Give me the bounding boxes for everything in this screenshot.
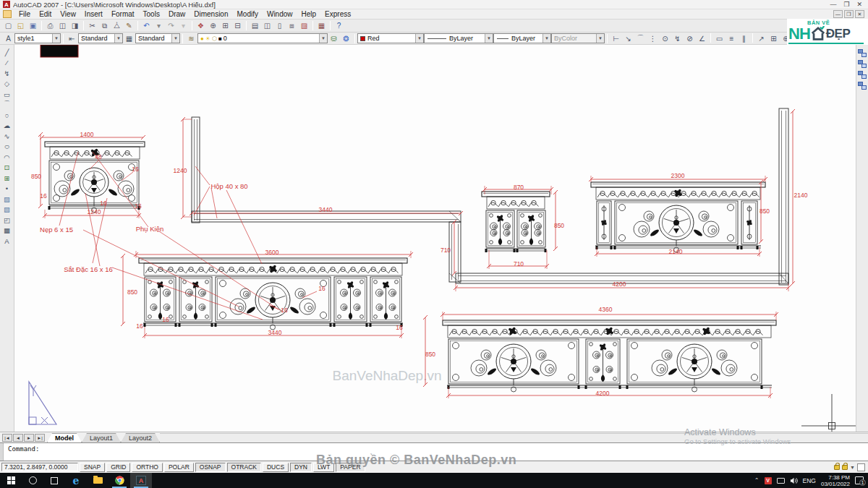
autocad-taskbar-button[interactable]: A — [130, 473, 152, 488]
toolbar-lock-icon[interactable] — [834, 465, 840, 470]
zoom-previous-button[interactable]: ⊟ — [231, 20, 244, 31]
menu-tools[interactable]: Tools — [139, 9, 164, 19]
open-file-button[interactable]: ◱ — [14, 20, 27, 31]
layer-manager-icon[interactable]: ⛁ — [328, 33, 340, 44]
chevron-down-icon[interactable]: ▼ — [542, 34, 550, 43]
maximize-button[interactable]: ❐ — [843, 1, 849, 8]
status-toggle-snap[interactable]: SNAP — [80, 463, 105, 472]
table-style-combo[interactable]: Standard ▼ — [135, 33, 180, 43]
ellipse-tool[interactable]: ○ — [1, 142, 13, 153]
ordinate-button[interactable]: ⋮ — [647, 33, 659, 44]
layers-icon[interactable]: ≋ — [185, 33, 197, 44]
angular-button[interactable]: ∠ — [696, 33, 708, 44]
status-toggle-paper[interactable]: PAPER — [336, 463, 365, 472]
tab-layout2[interactable]: Layout2 — [121, 433, 160, 442]
menu-window[interactable]: Window — [263, 9, 297, 19]
hatch-tool[interactable]: ▨ — [1, 194, 13, 205]
chrome-button[interactable] — [109, 473, 130, 488]
tray-app-icon[interactable]: V — [765, 477, 772, 484]
drawing-canvas[interactable]: BanVeNhaDep.vn1400850164816161612401240H… — [14, 45, 856, 432]
center-mark-button[interactable]: ⊕ — [780, 33, 792, 44]
send-under-icon[interactable] — [858, 82, 867, 90]
chevron-down-icon[interactable]: ▼ — [319, 34, 327, 43]
status-toggle-dyn[interactable]: DYN — [290, 463, 312, 472]
tool-palettes-button[interactable]: ▯ — [273, 20, 286, 31]
plot-preview-button[interactable]: ◫ — [56, 20, 69, 31]
status-toggle-otrack[interactable]: OTRACK — [227, 463, 261, 472]
menu-modify[interactable]: Modify — [233, 9, 263, 19]
jogged-button[interactable]: ↯ — [671, 33, 684, 44]
mdi-close-button[interactable]: ✕ — [855, 10, 864, 18]
paste-button[interactable]: ⧊ — [111, 20, 123, 31]
baseline-button[interactable]: ≡ — [726, 33, 738, 44]
chevron-down-icon[interactable]: ▼ — [485, 34, 493, 43]
region-tool[interactable]: ◰ — [1, 215, 13, 226]
command-prompt[interactable]: Command: — [4, 443, 39, 461]
bring-to-front-icon[interactable] — [858, 49, 867, 57]
radius-button[interactable]: ⊙ — [659, 33, 671, 44]
send-to-back-icon[interactable] — [858, 60, 867, 68]
polygon-tool[interactable]: ◇ — [1, 79, 13, 90]
chevron-down-icon[interactable]: ▼ — [52, 34, 60, 43]
linear-dimension-button[interactable]: ⊢ — [610, 33, 622, 44]
edge-button[interactable]: e — [65, 473, 87, 488]
language-indicator[interactable]: ENG — [803, 477, 816, 484]
tab-next-button[interactable]: ► — [24, 434, 34, 442]
status-toggle-ortho[interactable]: ORTHO — [132, 463, 163, 472]
rectangle-tool[interactable]: ▭ — [1, 89, 13, 100]
tab-prev-button[interactable]: ◄ — [13, 434, 23, 442]
redo-button[interactable]: ↷ — [165, 20, 177, 31]
command-window[interactable]: Command: — [0, 442, 868, 461]
volume-icon[interactable] — [790, 477, 798, 484]
pan-button[interactable]: ❖ — [195, 20, 207, 31]
match-properties-button[interactable]: ✎ — [123, 20, 135, 31]
plot-button[interactable]: ⎙ — [44, 20, 56, 31]
cut-button[interactable]: ✂ — [86, 20, 98, 31]
dim-style-combo[interactable]: Standard ▼ — [78, 33, 123, 43]
tray-expand-icon[interactable]: ⌃ — [754, 477, 760, 484]
menu-help[interactable]: Help — [297, 9, 321, 19]
quick-leader-button[interactable]: ↗ — [755, 33, 767, 44]
quickcalc-button[interactable]: ▦ — [315, 20, 328, 31]
text-style-combo[interactable]: style1 ▼ — [14, 33, 61, 43]
designcenter-button[interactable]: ◫ — [261, 20, 273, 31]
linetype-combo[interactable]: ByLayer ▼ — [424, 33, 493, 43]
menu-insert[interactable]: Insert — [80, 9, 107, 19]
arc-length-button[interactable]: ⌒ — [634, 33, 647, 44]
undo-down[interactable]: ▾ — [153, 20, 165, 31]
zoom-window-button[interactable]: ⊞ — [219, 20, 231, 31]
layer-combo[interactable]: ● ☀ ⬡ ■ 0 ▼ — [197, 33, 328, 43]
bring-above-icon[interactable] — [858, 71, 867, 79]
layer-states-icon[interactable]: ❂ — [340, 33, 352, 44]
chevron-down-icon[interactable]: ▼ — [171, 34, 179, 43]
mdi-minimize-button[interactable]: — — [833, 10, 843, 18]
menu-express[interactable]: Express — [320, 9, 355, 19]
save-button[interactable]: ▣ — [27, 20, 39, 31]
status-toggle-polar[interactable]: POLAR — [164, 463, 194, 472]
polyline-tool[interactable]: ↯ — [1, 68, 13, 79]
status-toggle-ducs[interactable]: DUCS — [263, 463, 289, 472]
insert-block-tool[interactable]: ⊡ — [1, 163, 13, 174]
make-block-tool[interactable]: ⊞ — [1, 173, 13, 184]
chevron-down-icon[interactable]: ▼ — [114, 34, 122, 43]
start-button[interactable] — [0, 473, 22, 488]
status-menu-caret-icon[interactable]: ▼ — [850, 465, 855, 470]
cortana-button[interactable] — [22, 473, 43, 488]
clock[interactable]: 7:38 PM 03/01/2022 — [821, 474, 850, 487]
undo-button[interactable]: ↶ — [140, 20, 153, 31]
drawing-area[interactable]: BanVeNhaDep.vn1400850164816161612401240H… — [14, 45, 856, 432]
gradient-tool[interactable]: ▧ — [1, 205, 13, 215]
properties-button[interactable]: ▤ — [249, 20, 261, 31]
aligned-dimension-button[interactable]: ↘ — [622, 33, 634, 44]
window-lock-icon[interactable] — [842, 465, 848, 470]
table-tool[interactable]: ▦ — [1, 226, 13, 236]
minimize-button[interactable]: — — [830, 1, 836, 8]
point-tool[interactable]: • — [1, 184, 13, 194]
mtext-tool[interactable]: A — [1, 236, 13, 247]
revision-cloud-tool[interactable]: ☁ — [1, 121, 13, 132]
construction-line-tool[interactable]: ⁄ — [1, 58, 13, 69]
lineweight-combo[interactable]: ByLayer ▼ — [493, 33, 551, 43]
chevron-down-icon[interactable]: ▼ — [415, 34, 423, 43]
tab-model[interactable]: Model — [47, 433, 82, 442]
tolerance-button[interactable]: ⊞ — [767, 33, 780, 44]
